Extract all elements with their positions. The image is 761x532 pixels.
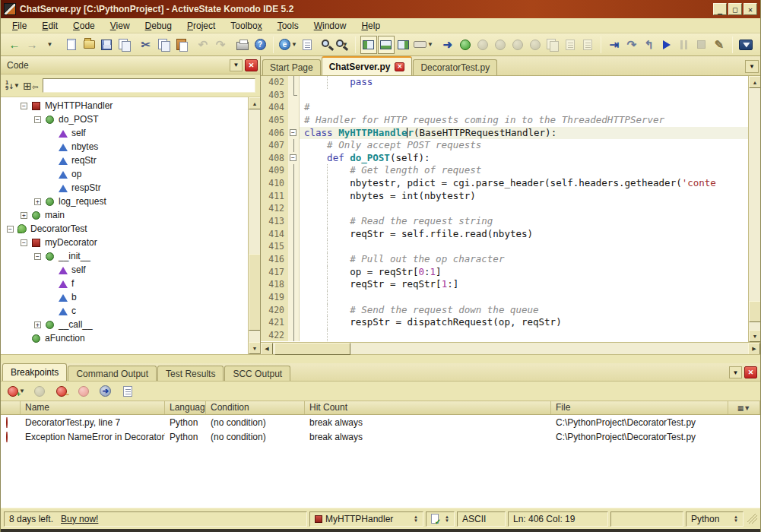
code-line-406[interactable]: 406−class MyHTTPHandler(BaseHTTPRequestH… (261, 127, 748, 140)
close-button[interactable]: ✕ (744, 3, 757, 15)
goto-line-icon[interactable]: ➜ (439, 36, 456, 54)
fold-margin[interactable] (288, 291, 300, 304)
tree-item-aFunction[interactable]: aFunction (1, 331, 248, 345)
locate-current-scope-icon[interactable]: ⊞⇦ (23, 80, 38, 92)
tree-scrollbar[interactable]: ▲ ▼ (248, 97, 260, 354)
back-icon[interactable]: ← (6, 36, 23, 54)
debug-pause-icon[interactable] (676, 36, 693, 54)
tree-item-main[interactable]: +main (1, 208, 248, 222)
collapse-icon[interactable]: − (21, 103, 27, 109)
breakpoint-properties-icon[interactable] (119, 382, 136, 401)
collapse-icon[interactable]: − (7, 226, 14, 233)
fold-margin[interactable] (288, 215, 300, 228)
current-scope-status[interactable]: MyHTTPHandler ▲▼ (309, 511, 423, 527)
new-file-icon[interactable] (63, 36, 80, 54)
add-breakpoint-icon[interactable]: +▼ (7, 382, 26, 401)
fold-margin[interactable] (288, 164, 300, 177)
column-picker-icon[interactable]: ▦▼ (728, 401, 760, 414)
encoding-status[interactable]: ASCII (457, 511, 506, 527)
maximize-button[interactable]: □ (728, 3, 742, 15)
menu-view[interactable]: View (103, 19, 137, 33)
code-line-409[interactable]: 409 # Get length of request (261, 164, 748, 177)
view-frames-icon[interactable] (544, 36, 561, 54)
fold-margin[interactable] (288, 278, 300, 291)
language-status[interactable]: Python ▲▼ (686, 511, 744, 527)
code-line-420[interactable]: 420 # Send the request down the queue (261, 304, 748, 317)
code-line-417[interactable]: 417 op = reqStr[0:1] (261, 266, 748, 279)
save-all-icon[interactable] (116, 36, 132, 54)
debug-stop-icon[interactable] (693, 36, 710, 54)
tree-item-f[interactable]: f (1, 277, 248, 290)
code-line-414[interactable]: 414 reqStr = self.rfile.read(nbytes) (261, 228, 748, 241)
tree-item-DecoratorTest[interactable]: −DecoratorTest (1, 222, 248, 236)
cut-icon[interactable]: ✂ (138, 36, 154, 54)
debug-go-icon[interactable] (658, 36, 675, 54)
code-content[interactable]: def do_POST(self): (300, 152, 748, 165)
forward-icon[interactable]: → (24, 36, 40, 54)
save-icon[interactable] (98, 36, 115, 54)
code-line-415[interactable]: 415 (261, 240, 748, 253)
fold-margin[interactable] (288, 329, 300, 342)
fold-margin[interactable] (288, 240, 300, 253)
code-line-405[interactable]: 405# Handler for HTTP requests coming in… (261, 114, 748, 127)
tree-item-op[interactable]: op (1, 167, 248, 181)
code-line-402[interactable]: 402 pass (261, 76, 748, 89)
menu-debug[interactable]: Debug (138, 19, 179, 33)
column-header-name[interactable]: Name (21, 401, 165, 414)
fold-margin[interactable]: − (288, 127, 300, 140)
tree-item-call[interactable]: +__call__ (1, 318, 248, 331)
open-file-icon[interactable] (81, 36, 97, 54)
tree-item-myDecorator[interactable]: −myDecorator (1, 236, 248, 249)
code-content[interactable]: # Send the request down the queue (300, 304, 748, 317)
code-content[interactable]: class MyHTTPHandler(BaseHTTPRequestHandl… (300, 127, 748, 140)
column-header-hit-count[interactable]: Hit Count (305, 401, 551, 414)
scroll-left-icon[interactable]: ◀ (261, 343, 273, 355)
toggle-bottom-pane-icon[interactable] (378, 36, 395, 54)
code-line-419[interactable]: 419 (261, 291, 748, 304)
fold-collapse-icon[interactable]: − (290, 129, 296, 136)
step-into-icon[interactable]: ⇥ (606, 36, 623, 54)
fold-margin[interactable] (288, 177, 300, 190)
code-line-416[interactable]: 416 # Pull out the op character (261, 253, 748, 266)
tree-item-self[interactable]: self (1, 263, 248, 277)
menu-toolbox[interactable]: Toolbox (224, 19, 268, 33)
close-panel-icon[interactable]: ✕ (744, 366, 757, 378)
code-content[interactable]: op = reqStr[0:1] (300, 266, 748, 279)
sort-order-icon[interactable]: 19 ↓▼ (5, 81, 18, 91)
menu-edit[interactable]: Edit (35, 19, 65, 33)
code-content[interactable]: # (300, 101, 748, 114)
close-tab-icon[interactable]: ✕ (395, 62, 404, 71)
fold-margin[interactable] (288, 316, 300, 329)
tree-item-nbytes[interactable]: nbytes (1, 140, 248, 154)
tab-test-results[interactable]: Test Results (157, 366, 224, 381)
code-line-411[interactable]: 411 nbytes = int(nbytestr) (261, 190, 748, 203)
tree-item-self[interactable]: self (1, 126, 248, 140)
tab-overflow-dropdown[interactable]: ▼ (745, 60, 759, 73)
code-editor[interactable]: 402 pass403404#405# Handler for HTTP req… (261, 76, 748, 342)
send-session-icon[interactable] (579, 36, 596, 54)
menu-code[interactable]: Code (66, 19, 102, 33)
tree-item-init[interactable]: −__init__ (1, 249, 248, 263)
fold-margin[interactable] (288, 101, 300, 114)
code-line-410[interactable]: 410 nbytestr, pdict = cgi.parse_header(s… (261, 177, 748, 190)
editor-vscrollbar[interactable]: ▲ ▼ (748, 76, 760, 342)
code-content[interactable] (300, 89, 748, 102)
collapse-icon[interactable]: − (34, 116, 41, 123)
tree-item-logrequest[interactable]: +log_request (1, 195, 248, 208)
code-line-408[interactable]: 408− def do_POST(self): (261, 152, 748, 165)
scroll-up-icon[interactable]: ▲ (249, 97, 260, 109)
fold-margin[interactable] (288, 76, 300, 89)
code-content[interactable] (300, 291, 748, 304)
preview-buffer-icon[interactable] (299, 36, 315, 54)
tab-chatserver-py[interactable]: ChatServer.py✕ (322, 56, 413, 75)
fold-collapse-icon[interactable]: − (290, 154, 296, 161)
show-current-statement-icon[interactable] (474, 36, 491, 54)
close-panel-icon[interactable]: ✕ (245, 59, 258, 71)
menu-project[interactable]: Project (180, 19, 222, 33)
resize-grip[interactable] (747, 514, 757, 524)
collapse-icon[interactable]: − (34, 253, 41, 260)
code-content[interactable]: # Pull out the op character (300, 253, 748, 266)
fold-margin[interactable]: − (288, 152, 300, 165)
delete-all-breakpoints-icon[interactable]: − (53, 382, 70, 401)
fold-margin[interactable] (288, 89, 300, 102)
